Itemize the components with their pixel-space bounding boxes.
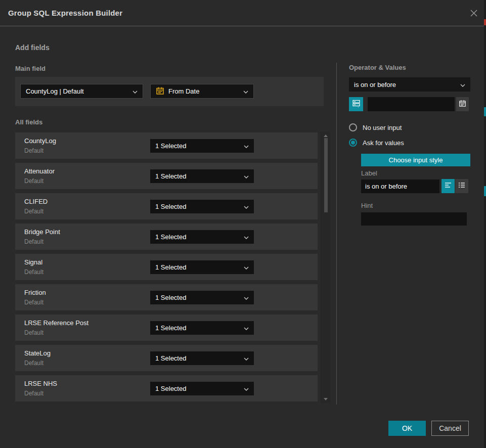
- main-field-heading: Main field: [15, 65, 46, 72]
- ok-button[interactable]: OK: [388, 421, 426, 436]
- list-input-style-button[interactable]: [455, 179, 468, 193]
- field-row: StateLog Default 1 Selected: [15, 345, 318, 371]
- field-dropdown-value: From Date: [168, 87, 199, 95]
- list-icon: [458, 181, 466, 191]
- field-row: Attenuator Default 1 Selected: [15, 163, 318, 189]
- field-name: Friction: [24, 289, 46, 296]
- field-dropdown[interactable]: From Date: [150, 84, 254, 99]
- label-caption: Label: [361, 169, 377, 177]
- field-row: LRSE NHS Default 1 Selected: [15, 375, 318, 401]
- field-name: StateLog: [24, 349, 51, 357]
- field-values-dropdown[interactable]: 1 Selected: [150, 351, 254, 365]
- field-row: CountyLog Default 1 Selected: [15, 132, 318, 159]
- radio-ask-for-values[interactable]: Ask for values: [349, 139, 404, 147]
- cancel-button[interactable]: Cancel: [431, 421, 469, 436]
- layer-dropdown[interactable]: CountyLog | Default: [20, 84, 143, 99]
- field-name: Attenuator: [24, 167, 55, 175]
- radio-label: No user input: [363, 124, 402, 131]
- label-input[interactable]: [361, 180, 439, 193]
- selected-count: 1 Selected: [155, 263, 186, 271]
- radio-circle-icon: [349, 123, 357, 131]
- field-type: Default: [24, 299, 43, 306]
- background-app-edge-teal: [484, 107, 486, 116]
- field-type: Default: [24, 238, 43, 245]
- field-name: Signal: [24, 258, 42, 266]
- field-name: LRSE NHS: [24, 380, 57, 387]
- selected-count: 1 Selected: [155, 354, 186, 362]
- stacked-rows-icon: [352, 99, 361, 110]
- field-row: CLIFED Default 1 Selected: [15, 193, 318, 219]
- field-type: Default: [24, 147, 43, 154]
- field-type: Default: [24, 208, 43, 215]
- field-type: Default: [24, 390, 43, 397]
- field-name: LRSE Reference Post: [24, 319, 89, 327]
- radio-circle-checked-icon: [349, 139, 357, 147]
- field-type: Default: [24, 360, 43, 367]
- hint-caption: Hint: [361, 202, 373, 209]
- layer-dropdown-value: CountyLog | Default: [26, 87, 84, 95]
- field-type: Default: [24, 177, 43, 185]
- operator-dropdown-value: is on or before: [354, 81, 396, 88]
- chevron-down-icon: [244, 203, 249, 210]
- align-left-icon: [444, 181, 452, 191]
- background-app-edge-teal: [484, 186, 486, 196]
- selected-count: 1 Selected: [155, 233, 186, 241]
- chevron-down-icon: [244, 233, 249, 241]
- field-type: Default: [24, 268, 43, 276]
- scrollbar-up-arrow[interactable]: [324, 135, 328, 137]
- operator-dropdown[interactable]: is on or before: [349, 77, 470, 92]
- field-name: CLIFED: [24, 198, 48, 205]
- chevron-down-icon: [244, 324, 249, 332]
- unique-values-button[interactable]: [349, 97, 363, 111]
- selected-count: 1 Selected: [155, 203, 186, 210]
- date-picker-button[interactable]: [456, 97, 469, 111]
- close-icon[interactable]: [469, 8, 479, 18]
- field-values-dropdown[interactable]: 1 Selected: [150, 230, 254, 244]
- field-row: LRSE Reference Post Default 1 Selected: [15, 315, 318, 341]
- field-values-dropdown[interactable]: 1 Selected: [150, 139, 254, 153]
- field-values-dropdown[interactable]: 1 Selected: [150, 321, 254, 335]
- selected-count: 1 Selected: [155, 294, 186, 301]
- chevron-down-icon: [244, 294, 249, 301]
- scrollbar-thumb[interactable]: [324, 138, 328, 212]
- calendar-icon: [156, 86, 164, 97]
- selected-count: 1 Selected: [155, 172, 186, 180]
- choose-input-style-button[interactable]: Choose input style: [361, 154, 470, 166]
- scrollbar-down-arrow[interactable]: [324, 398, 328, 400]
- field-values-dropdown[interactable]: 1 Selected: [150, 260, 254, 274]
- field-row: Friction Default 1 Selected: [15, 284, 318, 310]
- panel-divider: [336, 63, 337, 405]
- radio-no-user-input[interactable]: No user input: [349, 123, 402, 131]
- selected-count: 1 Selected: [155, 142, 186, 150]
- all-fields-heading: All fields: [15, 118, 42, 126]
- selected-count: 1 Selected: [155, 385, 186, 392]
- field-type: Default: [24, 329, 43, 336]
- chevron-down-icon: [244, 142, 249, 150]
- background-app-edge: [484, 0, 486, 448]
- chevron-down-icon: [244, 354, 249, 362]
- selected-count: 1 Selected: [155, 324, 186, 332]
- title-bar: Group SQL Expression Builder: [0, 0, 484, 26]
- field-name: CountyLog: [24, 137, 56, 145]
- text-input-style-button[interactable]: [441, 179, 455, 193]
- value-input[interactable]: [368, 97, 455, 111]
- radio-label: Ask for values: [363, 139, 404, 147]
- main-field-box: CountyLog | Default From Date: [15, 77, 324, 106]
- field-name: Bridge Point: [24, 228, 60, 236]
- add-fields-heading: Add fields: [15, 43, 50, 52]
- field-values-dropdown[interactable]: 1 Selected: [150, 200, 254, 213]
- field-row: Bridge Point Default 1 Selected: [15, 223, 318, 250]
- chevron-down-icon: [244, 172, 249, 180]
- chevron-down-icon: [244, 385, 249, 392]
- field-values-dropdown[interactable]: 1 Selected: [150, 169, 254, 183]
- hint-input[interactable]: [361, 212, 467, 226]
- dialog-title: Group SQL Expression Builder: [8, 9, 122, 17]
- chevron-down-icon: [460, 81, 465, 88]
- background-app-edge-red: [484, 19, 486, 25]
- chevron-down-icon: [243, 87, 248, 95]
- field-values-dropdown[interactable]: 1 Selected: [150, 291, 254, 304]
- calendar-icon: [459, 100, 466, 109]
- field-row: Signal Default 1 Selected: [15, 254, 318, 280]
- field-values-dropdown[interactable]: 1 Selected: [150, 382, 254, 395]
- chevron-down-icon: [244, 263, 249, 271]
